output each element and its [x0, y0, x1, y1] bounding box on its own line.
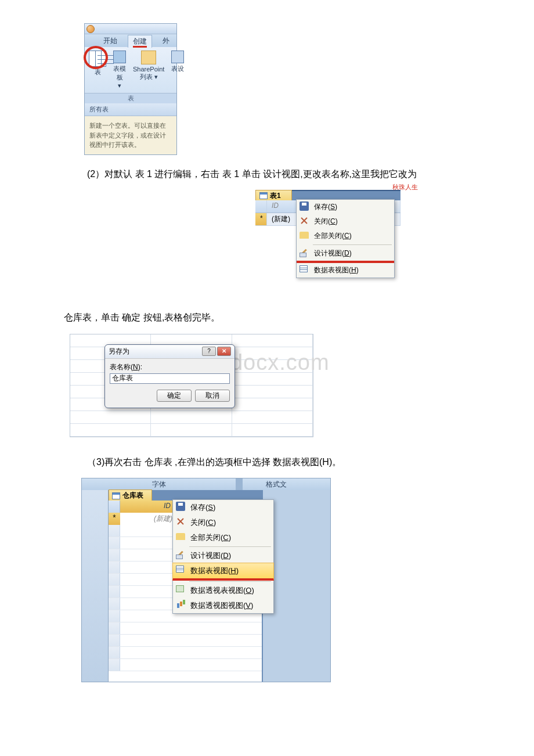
tab-external: 外: [163, 36, 169, 46]
help-button: ?: [202, 347, 216, 356]
save-icon: [300, 201, 309, 211]
office-orb-icon: [86, 25, 95, 33]
instruction-step-3: （3)再次右击 仓库表 ,在弹出的选项框中选择 数据表视图(H)。: [87, 455, 476, 470]
close-icon: [300, 216, 309, 225]
new-row-cell: (新建): [120, 513, 176, 525]
nav-pane-header: 所有表: [85, 103, 176, 116]
warehouse-table-menu-screenshot: 字体 格式文 仓库表 ID 添加新字段 * (新建): [81, 478, 331, 682]
save-dialog-screenshot: www.bdocx.com 另存为 ? ✕ 表名称(N): 确定 取消: [70, 334, 313, 437]
dialog-title: 另存为: [109, 347, 129, 357]
folder-icon: [300, 232, 309, 239]
folder-icon: [176, 533, 185, 540]
nav-pane: [82, 490, 109, 682]
access-ribbon-screenshot: 开始 创建 外 表 表模板▾ SharePoint 列表 ▾ 表设 表: [84, 23, 177, 155]
ok-button[interactable]: 确定: [157, 390, 192, 402]
table-name-input[interactable]: [110, 373, 230, 384]
design-view-icon: [300, 248, 309, 257]
tooltip-text: 新建一个空表。可以直接在新表中定义字段，或在设计视图中打开该表。: [85, 116, 176, 154]
table-name-label: 表名称(N):: [110, 362, 230, 372]
datasheet-icon: [300, 265, 308, 272]
sharepoint-icon: [141, 51, 156, 64]
table-tab-icon: [112, 492, 120, 499]
new-row-star: *: [109, 513, 120, 525]
datasheet-icon: [176, 566, 184, 573]
context-menu: 保存(S) 关闭(C) 全部关闭(C) 设计视图(D) 数据表视图(H): [296, 199, 395, 278]
menu-close: 关闭(C): [297, 214, 394, 229]
table-design-button: 表设: [169, 49, 186, 91]
context-menu-2: 保存(S) 关闭(C) 全部关闭(C) 设计视图(D): [172, 499, 274, 614]
scribble-annotation: 秋珠人生: [392, 183, 418, 192]
save-icon: [176, 502, 185, 511]
table-button: 表: [87, 49, 108, 91]
menu-design-view: 设计视图(D): [173, 548, 273, 563]
new-row-marker: *: [255, 213, 267, 225]
pivot-chart-icon: [176, 600, 185, 609]
tab-create: 创建: [128, 35, 152, 48]
table-context-menu-screenshot: 秋珠人生 表1 ID 添加新字段 * (新建) 保存(S) 关闭(C): [255, 190, 400, 301]
menu-datasheet-view: 数据表视图(H): [297, 263, 394, 278]
instruction-step-2: (2）对默认 表 1 进行编辑，右击 表 1 单击 设计视图,更改表名称,这里我…: [87, 167, 476, 182]
menu-pivot-chart: 数据透视图视图(V): [173, 598, 273, 613]
table-template-button: 表模板▾: [111, 49, 128, 91]
menu-close: 关闭(C): [173, 515, 273, 530]
cancel-button[interactable]: 取消: [195, 390, 230, 402]
menu-close-all: 全部关闭(C): [173, 530, 273, 545]
design-icon: [171, 51, 184, 63]
template-icon: [113, 51, 126, 63]
ribbon-font-group: 字体: [82, 480, 236, 489]
close-icon: [176, 517, 185, 526]
save-as-dialog: 另存为 ? ✕ 表名称(N): 确定 取消: [104, 344, 235, 408]
tab-home: 开始: [103, 36, 117, 46]
instruction-step-2b: 仓库表，单击 确定 按钮,表格创完毕。: [64, 310, 476, 325]
warehouse-table-tab: 仓库表: [109, 489, 152, 502]
ribbon-format-group: 格式文: [243, 480, 330, 489]
red-circle-annotation: [84, 46, 108, 69]
menu-save: 保存(S): [297, 200, 394, 214]
menu-close-all: 全部关闭(C): [297, 229, 394, 243]
pivot-table-icon: [176, 585, 184, 592]
table-tab-icon: [259, 192, 268, 199]
sharepoint-button: SharePoint 列表 ▾: [131, 49, 166, 91]
ribbon-group-label: 表: [85, 93, 176, 103]
menu-design-view: 设计视图(D): [297, 246, 394, 263]
menu-save: 保存(S): [173, 500, 273, 515]
close-button: ✕: [217, 347, 231, 356]
menu-datasheet-view: 数据表视图(H): [172, 563, 274, 581]
id-header: ID: [120, 501, 176, 513]
design-view-icon: [176, 550, 185, 559]
menu-pivot-table: 数据透视表视图(O): [173, 583, 273, 598]
